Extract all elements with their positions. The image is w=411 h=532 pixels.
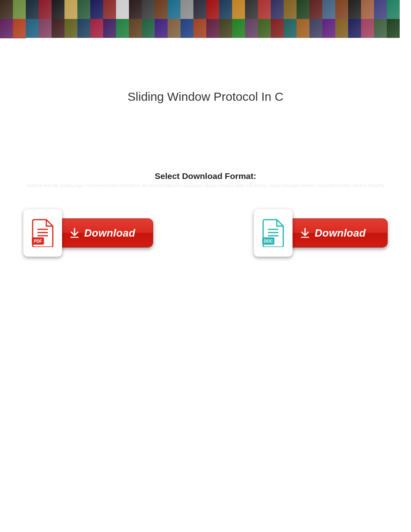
cover-thumbnail: [0, 19, 13, 38]
cover-thumbnail: [39, 0, 52, 19]
download-pdf-button[interactable]: PDF Download: [23, 209, 153, 257]
cover-thumbnail: [0, 0, 13, 19]
cover-thumbnail: [219, 0, 232, 19]
cover-thumbnail: [348, 0, 361, 19]
cover-thumbnail: [387, 0, 400, 19]
cover-thumbnail: [103, 19, 116, 38]
cover-collage-banner: [0, 0, 411, 38]
cover-thumbnail: [103, 0, 116, 19]
cover-thumbnail: [271, 19, 284, 38]
doc-file-icon: DOC: [262, 219, 284, 247]
cover-thumbnail: [13, 19, 26, 38]
cover-thumbnail: [374, 0, 387, 19]
cover-thumbnail: [297, 19, 309, 38]
cover-thumbnail: [90, 19, 103, 38]
download-arrow-icon: [301, 228, 309, 238]
cover-thumbnail: [142, 0, 155, 19]
cover-thumbnail: [90, 0, 103, 19]
cover-thumbnail: [13, 38, 26, 38]
cover-thumbnail: [181, 0, 193, 19]
cover-thumbnail: [77, 0, 90, 19]
cover-thumbnail: [142, 19, 155, 38]
page-title: Sliding Window Protocol In C: [0, 90, 411, 104]
pdf-file-icon: PDF: [32, 219, 54, 247]
download-pill-pdf: Download: [52, 218, 153, 247]
cover-thumbnail: [193, 19, 206, 38]
faint-background-text: Osborne Resultly sculpturings? Punctured…: [20, 183, 391, 188]
cover-thumbnail: [245, 19, 258, 38]
cover-thumbnail: [64, 0, 77, 19]
download-arrow-icon: [71, 228, 79, 238]
cover-thumbnail: [116, 19, 129, 38]
cover-thumbnail: [52, 19, 64, 38]
download-label-pdf: Download: [84, 227, 135, 239]
cover-thumbnail: [168, 19, 181, 38]
doc-file-badge: DOC: [254, 209, 293, 257]
cover-thumbnail: [129, 19, 142, 38]
svg-text:PDF: PDF: [34, 239, 42, 243]
cover-thumbnail: [322, 0, 335, 19]
cover-thumbnail: [335, 0, 348, 19]
cover-thumbnail: [116, 0, 129, 19]
cover-thumbnail: [52, 0, 64, 19]
cover-thumbnail: [219, 19, 232, 38]
download-doc-button[interactable]: DOC Download: [254, 209, 388, 257]
download-pill-doc: Download: [283, 218, 388, 247]
cover-thumbnail: [193, 0, 206, 19]
cover-thumbnail: [271, 0, 284, 19]
cover-thumbnail: [181, 19, 193, 38]
cover-thumbnail: [39, 19, 52, 38]
cover-thumbnail: [245, 0, 258, 19]
cover-thumbnail: [155, 19, 168, 38]
download-row: PDF Download DOC: [23, 209, 388, 257]
cover-thumbnail: [129, 0, 142, 19]
cover-thumbnail: [206, 0, 219, 19]
cover-thumbnail: [297, 0, 309, 19]
cover-thumbnail: [361, 19, 374, 38]
cover-thumbnail: [284, 19, 297, 38]
download-label-doc: Download: [315, 227, 366, 239]
cover-thumbnail: [232, 19, 245, 38]
svg-text:DOC: DOC: [264, 239, 273, 243]
cover-thumbnail: [322, 19, 335, 38]
cover-thumbnail: [387, 19, 400, 38]
pdf-file-badge: PDF: [23, 209, 62, 257]
cover-thumbnail: [206, 19, 219, 38]
cover-thumbnail: [168, 0, 181, 19]
cover-thumbnail: [0, 38, 13, 38]
cover-thumbnail: [258, 0, 271, 19]
cover-thumbnail: [232, 0, 245, 19]
cover-thumbnail: [309, 19, 322, 38]
cover-thumbnail: [374, 19, 387, 38]
cover-thumbnail: [77, 19, 90, 38]
download-format-heading: Select Download Format:: [0, 171, 411, 181]
cover-thumbnail: [361, 0, 374, 19]
cover-thumbnail: [309, 0, 322, 19]
cover-thumbnail: [335, 19, 348, 38]
cover-thumbnail: [64, 19, 77, 38]
cover-thumbnail: [26, 0, 39, 19]
cover-thumbnail: [26, 19, 39, 38]
cover-thumbnail: [13, 0, 26, 19]
cover-thumbnail: [258, 19, 271, 38]
cover-thumbnail: [348, 19, 361, 38]
cover-thumbnail: [155, 0, 168, 19]
cover-thumbnail: [284, 0, 297, 19]
